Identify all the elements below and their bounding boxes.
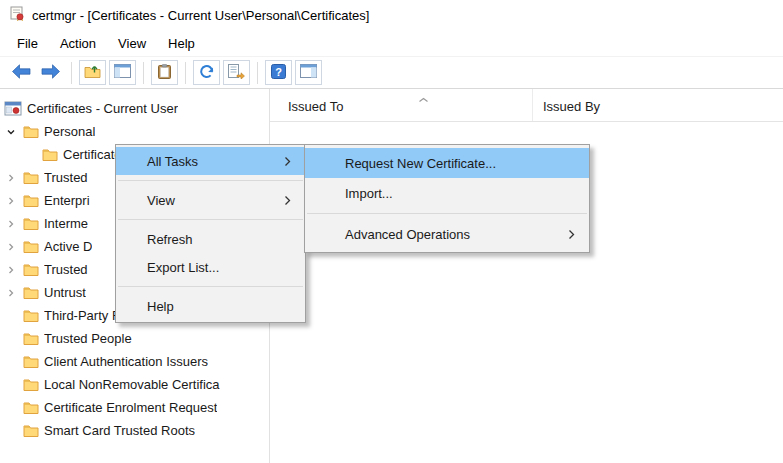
tree-indent bbox=[4, 424, 18, 438]
folder-icon bbox=[23, 125, 39, 138]
submenu-item-request-new-certificate[interactable]: Request New Certificate... bbox=[305, 148, 589, 178]
tree-indent bbox=[4, 401, 18, 415]
menu-separator bbox=[307, 213, 587, 214]
menu-item-refresh[interactable]: Refresh bbox=[116, 225, 305, 253]
tree-item[interactable]: Trusted People bbox=[0, 327, 269, 350]
toolbar: ? bbox=[0, 57, 783, 89]
menu-item-label: Advanced Operations bbox=[345, 227, 470, 242]
refresh-icon bbox=[199, 64, 215, 82]
menu-item-view[interactable]: View bbox=[116, 186, 305, 214]
folder-icon bbox=[23, 171, 39, 184]
folder-icon bbox=[23, 378, 39, 391]
tree-indent bbox=[4, 355, 18, 369]
tree-item-label: Personal bbox=[44, 124, 95, 139]
menu-action[interactable]: Action bbox=[49, 30, 107, 57]
tree-item[interactable]: Client Authentication Issuers bbox=[0, 350, 269, 373]
toolbar-forward-button[interactable] bbox=[37, 60, 64, 85]
chevron-right-icon[interactable] bbox=[4, 171, 18, 185]
tree-item-label: Interme bbox=[44, 216, 88, 231]
folder-icon bbox=[23, 401, 39, 414]
context-menu: All Tasks View Refresh Export List... He… bbox=[115, 144, 306, 323]
tree-item-label: Untrust bbox=[44, 285, 86, 300]
chevron-right-icon[interactable] bbox=[4, 217, 18, 231]
toolbar-separator bbox=[143, 62, 144, 84]
tree-item-label: Trusted bbox=[44, 262, 88, 277]
tree-item-label: Smart Card Trusted Roots bbox=[44, 423, 195, 438]
tree-item-certificates-current-user[interactable]: Certificates - Current User bbox=[0, 97, 269, 120]
submenu-item-advanced-operations[interactable]: Advanced Operations bbox=[305, 219, 589, 249]
menu-item-label: Export List... bbox=[147, 260, 219, 275]
tree-item-personal[interactable]: Personal bbox=[0, 120, 269, 143]
column-header-issued-by[interactable]: Issued By bbox=[533, 89, 783, 121]
folder-icon bbox=[23, 309, 39, 322]
menu-file[interactable]: File bbox=[6, 30, 49, 57]
toolbar-separator bbox=[257, 62, 258, 84]
help-icon: ? bbox=[271, 64, 286, 82]
tree-item-label: Client Authentication Issuers bbox=[44, 354, 208, 369]
back-icon bbox=[11, 64, 31, 82]
chevron-right-icon[interactable] bbox=[4, 263, 18, 277]
menu-item-export-list[interactable]: Export List... bbox=[116, 253, 305, 281]
export-list-icon bbox=[228, 64, 245, 82]
column-label: Issued To bbox=[288, 99, 343, 114]
tree-item[interactable]: Certificate Enrolment Request bbox=[0, 396, 269, 419]
menu-item-label: View bbox=[147, 193, 175, 208]
chevron-right-icon[interactable] bbox=[4, 240, 18, 254]
column-label: Issued By bbox=[543, 99, 600, 114]
submenu-arrow-icon bbox=[284, 156, 291, 167]
toolbar-help-button[interactable]: ? bbox=[265, 60, 292, 85]
menu-separator bbox=[118, 286, 303, 287]
menu-separator bbox=[118, 219, 303, 220]
toolbar-export-list-button[interactable] bbox=[223, 60, 250, 85]
show-action-pane-icon bbox=[300, 64, 317, 81]
list-header: Issued To Issued By bbox=[270, 89, 783, 122]
column-header-issued-to[interactable]: Issued To bbox=[270, 89, 533, 121]
folder-icon bbox=[23, 332, 39, 345]
up-level-icon bbox=[84, 64, 101, 81]
toolbar-separator bbox=[185, 62, 186, 84]
toolbar-up-level-button[interactable] bbox=[79, 60, 106, 85]
folder-icon bbox=[23, 240, 39, 253]
submenu-item-import[interactable]: Import... bbox=[305, 178, 589, 208]
menu-item-label: Refresh bbox=[147, 232, 193, 247]
menu-item-label: Import... bbox=[345, 186, 393, 201]
certificate-app-icon bbox=[9, 6, 25, 24]
toolbar-back-button[interactable] bbox=[7, 60, 34, 85]
toolbar-clipboard-button[interactable] bbox=[151, 60, 178, 85]
folder-icon bbox=[42, 148, 58, 161]
tree-item[interactable]: Smart Card Trusted Roots bbox=[0, 419, 269, 442]
tree-item[interactable]: Local NonRemovable Certifica bbox=[0, 373, 269, 396]
certmgr-console-icon bbox=[4, 101, 22, 116]
menu-help[interactable]: Help bbox=[157, 30, 206, 57]
folder-icon bbox=[23, 194, 39, 207]
folder-icon bbox=[23, 263, 39, 276]
tree-item-label: Enterpri bbox=[44, 193, 90, 208]
all-tasks-submenu: Request New Certificate... Import... Adv… bbox=[304, 144, 590, 253]
chevron-right-icon[interactable] bbox=[4, 194, 18, 208]
tree-item-label: Trusted People bbox=[44, 331, 132, 346]
menu-bar: File Action View Help bbox=[0, 30, 783, 57]
menu-item-help[interactable]: Help bbox=[116, 292, 305, 320]
folder-icon bbox=[23, 286, 39, 299]
svg-text:?: ? bbox=[275, 65, 282, 77]
menu-item-all-tasks[interactable]: All Tasks bbox=[116, 147, 305, 175]
submenu-arrow-icon bbox=[568, 229, 575, 240]
window-title: certmgr - [Certificates - Current User\P… bbox=[32, 8, 369, 23]
menu-view[interactable]: View bbox=[107, 30, 157, 57]
tree-item-label: Active D bbox=[44, 239, 92, 254]
certmgr-window: certmgr - [Certificates - Current User\P… bbox=[0, 0, 783, 463]
chevron-down-icon[interactable] bbox=[4, 125, 18, 139]
menu-item-label: Help bbox=[147, 299, 174, 314]
menu-separator bbox=[118, 180, 303, 181]
tree-indent bbox=[4, 378, 18, 392]
toolbar-console-tree-button[interactable] bbox=[109, 60, 136, 85]
tree-item-label: Trusted bbox=[44, 170, 88, 185]
tree-indent bbox=[4, 309, 18, 323]
tree-indent bbox=[4, 332, 18, 346]
chevron-right-icon[interactable] bbox=[4, 286, 18, 300]
folder-icon bbox=[23, 424, 39, 437]
title-bar: certmgr - [Certificates - Current User\P… bbox=[0, 0, 783, 30]
toolbar-action-pane-button[interactable] bbox=[295, 60, 322, 85]
menu-item-label: All Tasks bbox=[147, 154, 198, 169]
toolbar-refresh-button[interactable] bbox=[193, 60, 220, 85]
